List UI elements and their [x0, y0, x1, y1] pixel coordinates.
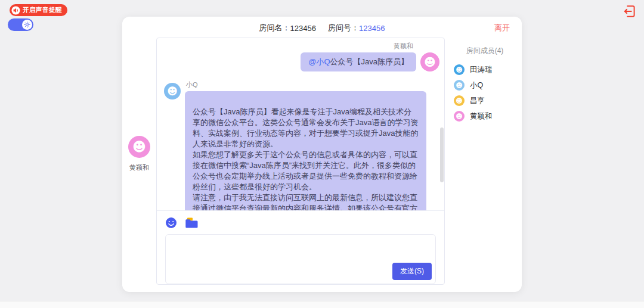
members-sidebar: 房间成员(4) ☻ 田涛瑞 ☻ 小Q ☻ 昌亨 ☻ 黄颖和 [448, 38, 522, 287]
leave-button[interactable]: 离开 [494, 17, 510, 39]
member-row[interactable]: ☻ 昌亨 [448, 93, 522, 108]
mention-text: @小Q [308, 57, 330, 66]
sender-name: 黄颖和 [394, 42, 413, 51]
gear-icon [24, 21, 30, 28]
send-button[interactable]: 发送(S) [392, 263, 432, 280]
emoji-icon [165, 217, 177, 229]
chat-panel: 黄颖和 @小Q公众号【Java陈序员】 ☻ ☻ 小Q 公众号【Java陈序员】看… [156, 38, 445, 285]
voice-user-avatar: ☻ [128, 136, 150, 158]
chat-window: 房间名： 123456 房间号： 123456 离开 ☻ 黄颖和 黄颖和 @小Q [122, 17, 522, 292]
sound-alert-label: 开启声音提醒 [23, 6, 62, 14]
message-bubble: 公众号【Java陈序员】看起来像是专注于Java编程及相关技术分享的微信公众平台… [185, 91, 426, 210]
member-name: 昌亨 [470, 96, 485, 106]
message-bubble: @小Q公众号【Java陈序员】 [301, 52, 416, 71]
member-list: ☻ 田涛瑞 ☻ 小Q ☻ 昌亨 ☻ 黄颖和 [448, 62, 522, 124]
avatar: ☻ [454, 95, 465, 106]
room-name-label: 房间名： [259, 23, 290, 33]
avatar: ☻ [454, 64, 465, 75]
message-text: 公众号【Java陈序员】看起来像是专注于Java编程及相关技术分享的微信公众平台… [193, 107, 418, 210]
member-name: 黄颖和 [470, 111, 493, 122]
scrollbar-thumb[interactable] [440, 127, 444, 182]
bottom-strip [0, 301, 644, 308]
sound-toggle[interactable] [8, 18, 33, 31]
room-id-value[interactable]: 123456 [359, 24, 385, 33]
messages-area[interactable]: 黄颖和 @小Q公众号【Java陈序员】 ☻ ☻ 小Q 公众号【Java陈序员】看… [157, 38, 444, 210]
file-button[interactable] [185, 217, 198, 228]
member-row[interactable]: ☻ 黄颖和 [448, 108, 522, 124]
avatar: ☻ [164, 83, 181, 99]
avatar: ☻ [454, 111, 465, 122]
members-title: 房间成员(4) [448, 46, 522, 56]
page: 开启声音提醒 房间名： 123456 房间号： 123456 离开 [0, 0, 644, 308]
room-header: 房间名： 123456 房间号： 123456 [122, 17, 522, 39]
toggle-knob [22, 20, 32, 30]
input-area: 发送(S) [157, 210, 444, 284]
message-input-box: 发送(S) [165, 234, 436, 284]
member-row[interactable]: ☻ 小Q [448, 77, 522, 93]
message-text: 公众号【Java陈序员】 [330, 57, 408, 66]
message-outgoing: 黄颖和 @小Q公众号【Java陈序员】 ☻ [163, 41, 439, 71]
member-name: 小Q [470, 80, 483, 91]
input-toolbar [165, 216, 436, 230]
folder-icon [185, 217, 198, 228]
speaker-icon [11, 6, 20, 15]
avatar: ☻ [454, 80, 465, 91]
room-id-label: 房间号： [328, 23, 359, 33]
avatar: ☻ [420, 52, 439, 71]
room-name-value: 123456 [290, 24, 316, 33]
message-incoming: ☻ 小Q 公众号【Java陈序员】看起来像是专注于Java编程及相关技术分享的微… [164, 80, 439, 210]
emoji-button[interactable] [165, 217, 177, 229]
voice-panel: ☻ 黄颖和 [122, 39, 156, 292]
member-name: 田涛瑞 [470, 65, 493, 75]
sound-alert-badge[interactable]: 开启声音提醒 [10, 4, 67, 16]
exit-icon[interactable] [622, 4, 637, 19]
sender-name: 小Q [186, 80, 426, 89]
voice-user-name: 黄颖和 [122, 163, 156, 172]
member-row[interactable]: ☻ 田涛瑞 [448, 62, 522, 77]
